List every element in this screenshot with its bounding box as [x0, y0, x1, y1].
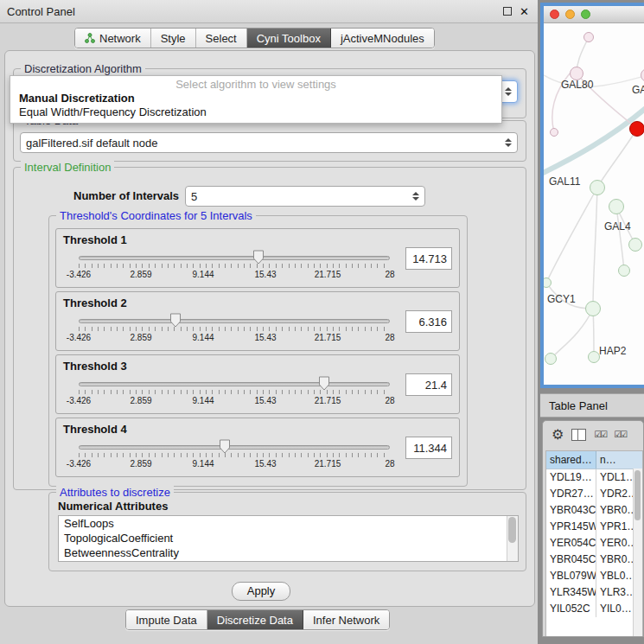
table-row[interactable]: YPR145W YPR1… [546, 519, 642, 535]
tab-cyni-toolbox[interactable]: Cyni Toolbox [247, 29, 331, 48]
cell[interactable]: YLR345W [546, 584, 596, 601]
zoom-traffic-light-icon[interactable] [581, 10, 590, 19]
network-view-window[interactable]: GAL80 GA GAL11 GAL4 GCY1 HAP2 [540, 3, 644, 388]
slider-track[interactable] [79, 382, 390, 386]
node-attribute-table[interactable]: shared… n… YDL19… YDL1… YDR27… YDR2… YBR… [545, 450, 643, 636]
scale-label: 21.715 [315, 333, 341, 342]
threshold-1-thumb[interactable] [252, 250, 264, 265]
network-icon [85, 33, 95, 43]
column-header-name[interactable]: n… [596, 451, 642, 469]
threshold-2-value[interactable]: 6.316 [405, 310, 452, 333]
threshold-2-label: Threshold 2 [63, 296, 127, 309]
threshold-2-thumb[interactable] [169, 313, 181, 328]
table-row[interactable]: YER054C YER0… [546, 535, 642, 552]
network-node[interactable] [609, 199, 624, 214]
column-header-shared-name[interactable]: shared… [546, 451, 596, 469]
threshold-1-value[interactable]: 14.713 [405, 247, 452, 270]
list-item[interactable]: BetweennessCentrality [59, 545, 518, 560]
slider-track[interactable] [79, 319, 390, 323]
scale-label: 2.859 [130, 333, 151, 342]
tab-network[interactable]: Network [75, 29, 151, 48]
cell[interactable]: YBL079W [546, 568, 596, 584]
scale-label: 9.144 [192, 333, 214, 342]
float-window-icon[interactable] [503, 7, 512, 16]
columns-icon[interactable] [571, 429, 586, 441]
threshold-3-value[interactable]: 21.4 [405, 373, 452, 396]
table-row[interactable]: YBR043C YBR0… [546, 502, 642, 519]
apply-button[interactable]: Apply [232, 582, 290, 601]
network-canvas[interactable]: GAL80 GA GAL11 GAL4 GCY1 HAP2 [544, 23, 644, 385]
network-node[interactable] [550, 128, 558, 137]
tab-style[interactable]: Style [151, 29, 196, 48]
network-window-titlebar[interactable] [544, 6, 644, 23]
threshold-3-slider[interactable]: -3.426 2.859 9.144 15.43 21.715 28 [79, 375, 390, 411]
dropdown-option-equal-width[interactable]: Equal Width/Frequency Discretization [10, 105, 501, 119]
tab-infer-network[interactable]: Infer Network [303, 610, 389, 629]
threshold-3-panel: Threshold 3 -3.426 2.859 9.144 15.43 21.… [55, 354, 460, 414]
threshold-2-slider[interactable]: -3.426 2.859 9.144 15.43 21.715 28 [79, 312, 390, 348]
scrollbar-thumb[interactable] [634, 470, 641, 520]
slider-track[interactable] [79, 445, 390, 450]
dropdown-stepper-icon [412, 192, 419, 201]
dropdown-stepper-icon [505, 138, 512, 147]
table-row[interactable]: YBR045C YBR0… [546, 552, 642, 568]
list-scrollbar[interactable] [507, 516, 518, 561]
dropdown-option-manual-discretization[interactable]: Manual Discretization [10, 92, 501, 105]
tab-jactivemnodules[interactable]: jActiveMNodules [331, 29, 434, 48]
table-data-select-value: galFiltered.sif default node [26, 137, 157, 150]
table-row[interactable]: YIL052C YIL0… [546, 601, 642, 617]
unselect-checkboxes-icon[interactable]: ☑☑ [614, 430, 626, 439]
scale-label: -3.426 [67, 459, 91, 469]
network-node[interactable] [585, 301, 601, 316]
network-node-selected[interactable] [629, 121, 644, 137]
threshold-4-slider[interactable]: -3.426 2.859 9.144 15.43 21.715 28 [79, 438, 390, 475]
table-row[interactable]: YBL079W YBL0… [546, 568, 642, 584]
network-node[interactable] [618, 265, 630, 277]
scale-label: 2.859 [130, 396, 151, 405]
tab-discretize-data[interactable]: Discretize Data [207, 610, 303, 629]
network-node[interactable] [628, 238, 642, 252]
cell[interactable]: YER054C [546, 535, 596, 552]
numerical-attributes-label: Numerical Attributes [58, 500, 168, 513]
scrollbar-thumb[interactable] [508, 517, 516, 543]
threshold-3-thumb[interactable] [319, 376, 330, 391]
slider-track[interactable] [79, 256, 390, 260]
table-panel-header[interactable]: Table Panel [540, 393, 644, 418]
table-data-select[interactable]: galFiltered.sif default node [20, 132, 518, 153]
number-of-intervals-select[interactable]: 5 [185, 186, 425, 207]
threshold-4-thumb[interactable] [220, 439, 231, 454]
close-icon[interactable]: ✕ [520, 6, 529, 17]
table-row[interactable]: YDR27… YDR2… [546, 486, 642, 502]
slider-ticks [79, 453, 390, 457]
list-item[interactable]: TopologicalCoefficient [59, 531, 518, 545]
settings-gear-icon[interactable]: ⚙ [552, 428, 564, 442]
table-panel-title: Table Panel [549, 399, 608, 412]
table-row[interactable]: YDL19… YDL1… [546, 469, 642, 486]
threshold-1-slider[interactable]: -3.426 2.859 9.144 15.43 21.715 28 [79, 249, 390, 285]
network-node[interactable] [583, 32, 594, 42]
cell[interactable]: YBR045C [546, 552, 596, 568]
table-row[interactable]: YLR345W YLR3… [546, 584, 642, 601]
network-node[interactable] [588, 351, 600, 363]
minimize-traffic-light-icon[interactable] [565, 10, 575, 19]
select-checkboxes-icon[interactable]: ☑☑ [594, 430, 606, 439]
tab-select[interactable]: Select [196, 29, 247, 48]
numerical-attributes-list[interactable]: SelfLoops TopologicalCoefficient Between… [58, 515, 519, 562]
list-item[interactable]: SelfLoops [59, 516, 518, 531]
cell[interactable]: YPR145W [546, 519, 596, 535]
cell[interactable]: YDL19… [546, 469, 596, 486]
slider-scale: -3.426 2.859 9.144 15.43 21.715 28 [79, 459, 390, 469]
scale-label: 28 [385, 396, 394, 405]
cell[interactable]: YIL052C [546, 601, 596, 617]
cell[interactable]: YDR27… [546, 486, 596, 502]
table-scrollbar[interactable] [633, 469, 642, 636]
tab-impute-data[interactable]: Impute Data [126, 610, 207, 629]
network-node[interactable] [590, 180, 605, 195]
threshold-4-value[interactable]: 11.344 [405, 437, 452, 459]
cell[interactable]: YBR043C [546, 502, 596, 519]
control-panel-titlebar[interactable]: Control Panel ✕ [0, 0, 538, 23]
threshold-1-panel: Threshold 1 -3.426 2.859 9.144 15.43 21.… [55, 228, 460, 288]
close-traffic-light-icon[interactable] [550, 10, 559, 19]
network-node[interactable] [545, 353, 557, 365]
scale-label: 9.144 [192, 396, 214, 405]
